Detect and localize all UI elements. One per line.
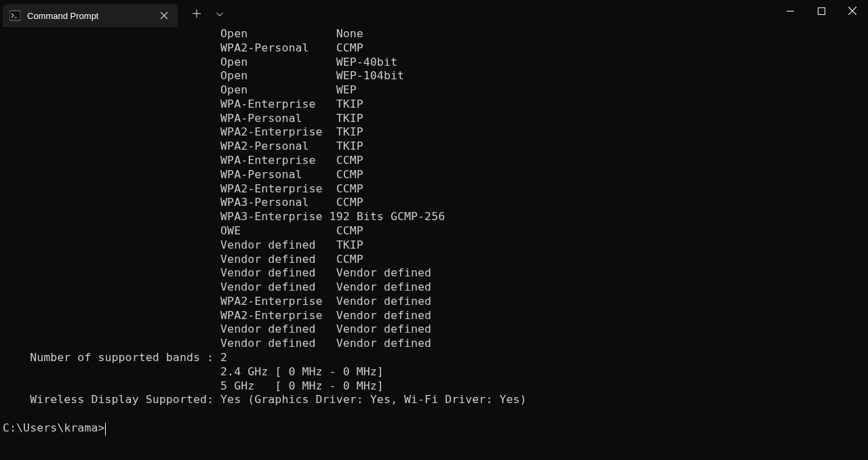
tab-command-prompt[interactable]: Command Prompt: [3, 4, 178, 27]
close-tab-button[interactable]: [159, 10, 170, 21]
tab-title: Command Prompt: [27, 11, 98, 21]
prompt-line[interactable]: C:\Users\krama>: [3, 421, 105, 434]
tab-dropdown-button[interactable]: [208, 3, 229, 24]
minimize-button[interactable]: [774, 0, 806, 22]
minimize-icon: [787, 11, 794, 12]
cursor: [105, 423, 106, 436]
close-window-button[interactable]: [837, 0, 868, 22]
svg-rect-0: [9, 11, 20, 20]
maximize-icon: [818, 7, 825, 15]
new-tab-button[interactable]: [186, 3, 208, 24]
title-bar: Command Prompt: [0, 0, 868, 27]
terminal-output[interactable]: Open None WPA2-Personal CCMP Open WEP-40…: [0, 27, 868, 436]
chevron-down-icon: [216, 9, 222, 16]
close-icon: [848, 7, 856, 15]
cmd-icon: [9, 10, 20, 21]
maximize-button[interactable]: [806, 0, 837, 22]
